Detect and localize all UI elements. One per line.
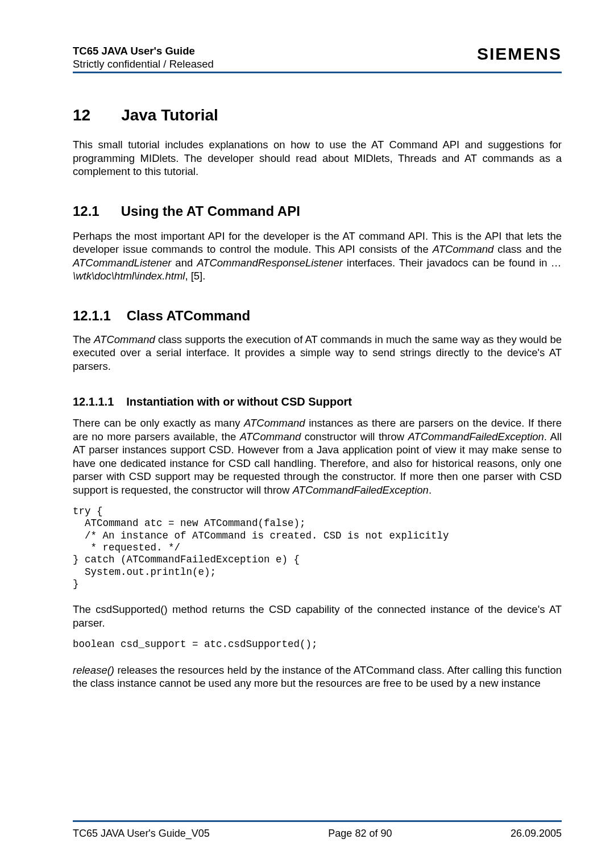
section-12-1-heading: 12.1Using the AT Command API [73,203,562,219]
text-italic: ATCommandListener [73,257,171,269]
text-italic: ATCommand [244,417,305,429]
code-block-1: try { ATCommand atc = new ATCommand(fals… [73,506,562,590]
section-12-1-paragraph: Perhaps the most important API for the d… [73,229,562,283]
footer-divider [73,820,562,822]
section-12-1-1-1-para2: The csdSupported() method returns the CS… [73,603,562,629]
text-run: The [73,333,94,345]
text-italic: ATCommand [94,333,155,345]
chapter-title: Java Tutorial [121,106,218,124]
code-block-2: boolean csd_support = atc.csdSupported()… [73,639,562,650]
section-12-1-1-1-para1: There can be only exactly as many ATComm… [73,416,562,496]
footer-right: 26.09.2005 [511,828,562,840]
chapter-number: 12 [73,106,90,124]
section-12-1-1-paragraph: The ATCommand class supports the executi… [73,333,562,373]
text-run: interfaces. Their javadocs can be found … [343,257,551,269]
page-header: TC65 JAVA User's Guide Strictly confiden… [73,44,562,70]
section-12-1-1-1-para3: release() releases the resources held by… [73,663,562,690]
text-italic: ATCommandResponseListener [197,257,343,269]
section-12-1-1-1-heading: 12.1.1.1Instantiation with or without CS… [73,395,562,408]
text-italic: ATCommandFailedException [408,431,544,443]
page-footer: TC65 JAVA User's Guide_V05 Page 82 of 90… [73,820,562,840]
brand-logo: SIEMENS [477,44,562,64]
chapter-heading: 12Java Tutorial [73,106,562,124]
text-run: There can be only exactly as many [73,417,244,429]
text-italic: ATCommandFailedException [293,484,429,496]
section-12-1-number: 12.1 [73,203,99,219]
chapter-intro: This small tutorial includes explanation… [73,138,562,178]
section-12-1-1-number: 12.1.1 [73,308,111,324]
footer-left: TC65 JAVA User's Guide_V05 [73,828,210,840]
doc-title: TC65 JAVA User's Guide [73,44,214,57]
text-run: , [5]. [185,270,205,282]
header-divider [73,72,562,73]
section-12-1-title: Using the AT Command API [121,203,300,219]
section-12-1-1-1-title: Instantiation with or without CSD Suppor… [126,395,352,408]
text-italic: ATCommand [433,243,494,255]
text-italic: ATCommand [240,431,301,443]
text-run: . [429,484,432,496]
text-run: constructor will throw [301,431,408,443]
section-12-1-1-title: Class ATCommand [127,308,250,323]
text-run: and [171,257,197,269]
text-italic: release() [73,664,114,676]
header-left: TC65 JAVA User's Guide Strictly confiden… [73,44,214,70]
text-run: class and the [493,243,562,255]
section-12-1-1-1-number: 12.1.1.1 [73,395,114,408]
footer-center: Page 82 of 90 [328,828,392,840]
doc-subtitle: Strictly confidential / Released [73,57,214,70]
section-12-1-1-heading: 12.1.1Class ATCommand [73,308,562,324]
text-run: releases the resources held by the insta… [73,664,562,689]
